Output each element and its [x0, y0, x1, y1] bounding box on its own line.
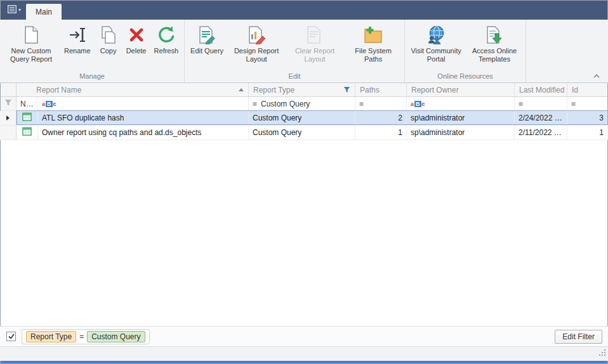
- reports-grid: Report Name Report Type Paths Report Own…: [0, 83, 608, 326]
- button-label: Rename: [64, 47, 91, 55]
- tab-main[interactable]: Main: [26, 4, 62, 20]
- filter-enabled-checkbox[interactable]: [6, 332, 16, 341]
- row-indicator: [0, 111, 17, 125]
- filter-expression: Report Type = Custom Query: [22, 329, 150, 344]
- equals-operator-icon: =: [253, 100, 257, 108]
- ribbon-group-caption: Online Resources: [406, 72, 525, 82]
- app-menu-button[interactable]: ▾: [3, 0, 26, 20]
- button-label: Access Online Templates: [469, 47, 520, 63]
- column-header-id[interactable]: Id: [567, 83, 608, 96]
- design-report-layout-icon: [246, 25, 267, 45]
- ribbon-group-edit: Edit Query Design Report Layout Clear Re…: [185, 20, 405, 82]
- filter-operator[interactable]: =: [79, 332, 84, 341]
- button-label: Refresh: [154, 47, 179, 55]
- new-document-icon: [21, 25, 41, 45]
- ribbon-group-caption: Edit: [185, 72, 404, 82]
- table-row[interactable]: Owner report using cq paths and ad.ds_ob…: [0, 126, 608, 140]
- column-header-report-type[interactable]: Report Type: [249, 83, 355, 96]
- status-bar: [0, 346, 608, 361]
- filter-value: Custom Query: [261, 100, 310, 108]
- paths-cell: 1: [355, 126, 407, 140]
- column-header-report-name[interactable]: Report Name: [17, 83, 249, 96]
- sort-ascending-icon: [239, 88, 244, 91]
- filter-cell-image[interactable]: No i...: [17, 97, 38, 110]
- table-row[interactable]: ATL SFO duplicate hash Custom Query 2 sp…: [0, 111, 608, 126]
- file-system-paths-button[interactable]: File System Paths: [345, 22, 402, 72]
- chevron-up-icon: [593, 69, 600, 81]
- delete-button[interactable]: Delete: [123, 22, 150, 72]
- ribbon-group-caption: Manage: [1, 72, 183, 82]
- column-header-label: Id: [572, 86, 578, 94]
- row-indicator-header: [0, 83, 17, 96]
- grid-filter-row: No i... aBc = Custom Query = aBc = =: [0, 97, 608, 111]
- abc-filter-icon: aBc: [42, 101, 56, 107]
- app-menu-icon: [8, 4, 17, 16]
- filter-cell-last-modified[interactable]: =: [515, 97, 567, 110]
- rename-button[interactable]: Rename: [61, 22, 94, 72]
- report-icon-cell: [17, 126, 38, 140]
- abc-filter-icon: aBc: [411, 101, 425, 107]
- filter-funnel-icon[interactable]: [343, 86, 350, 93]
- community-portal-icon: [426, 25, 446, 45]
- column-header-label: Report Name: [36, 86, 81, 94]
- access-online-templates-button[interactable]: Access Online Templates: [466, 22, 523, 72]
- last-modified-cell: 2/11/2022 4:4...: [515, 126, 567, 140]
- report-name-cell: ATL SFO duplicate hash: [38, 111, 249, 125]
- filter-cell-paths[interactable]: =: [355, 97, 407, 110]
- window-bottom-border: [0, 361, 608, 364]
- filter-field-chip[interactable]: Report Type: [26, 331, 76, 342]
- button-label: Delete: [126, 47, 147, 55]
- column-header-label: Paths: [360, 86, 380, 94]
- filter-value: No i...: [20, 100, 34, 108]
- visit-community-portal-button[interactable]: Visit Community Portal: [407, 22, 465, 72]
- report-icon-cell: [17, 111, 38, 125]
- filter-cell-id[interactable]: =: [567, 97, 608, 110]
- button-label: Copy: [100, 47, 117, 55]
- report-owner-cell: sp\administrator: [407, 111, 515, 125]
- column-header-last-modified[interactable]: Last Modified: [515, 83, 567, 96]
- row-indicator: [0, 126, 17, 140]
- edit-filter-button[interactable]: Edit Filter: [555, 330, 602, 344]
- filter-cell-report-owner[interactable]: aBc: [407, 97, 515, 110]
- resize-grip[interactable]: [598, 348, 607, 360]
- report-name-cell: Owner report using cq paths and ad.ds_ob…: [38, 126, 249, 140]
- design-report-layout-button[interactable]: Design Report Layout: [228, 22, 285, 72]
- refresh-button[interactable]: Refresh: [151, 22, 182, 72]
- clear-report-layout-icon: [305, 25, 325, 45]
- clear-report-layout-button: Clear Report Layout: [286, 22, 343, 72]
- delete-icon: [126, 25, 147, 45]
- report-table-icon: [22, 127, 32, 138]
- column-header-report-owner[interactable]: Report Owner: [407, 83, 515, 96]
- button-label: Clear Report Layout: [289, 47, 340, 63]
- current-row-arrow-icon: [6, 115, 10, 120]
- new-custom-query-report-button[interactable]: New Custom Query Report: [3, 22, 60, 72]
- app-window: ▾ Main New Custom Query Report Rename: [0, 0, 608, 364]
- refresh-icon: [156, 25, 176, 45]
- edit-query-button[interactable]: Edit Query: [187, 22, 227, 72]
- copy-button[interactable]: Copy: [95, 22, 122, 72]
- report-table-icon: [22, 112, 32, 124]
- ribbon-collapse-button[interactable]: [591, 70, 602, 79]
- equals-operator-icon: =: [359, 100, 364, 108]
- ribbon-group-online-resources: Visit Community Portal Access Online Tem…: [405, 20, 526, 82]
- id-cell: 1: [567, 126, 608, 140]
- equals-operator-icon: =: [571, 100, 576, 108]
- filter-row-indicator: [0, 97, 17, 110]
- ribbon-group-manage: New Custom Query Report Rename Copy: [0, 20, 185, 82]
- report-type-cell: Custom Query: [249, 126, 355, 140]
- id-cell: 3: [567, 111, 608, 125]
- filter-value-chip[interactable]: Custom Query: [87, 331, 145, 342]
- ribbon-tab-bar: ▾ Main: [0, 0, 608, 20]
- edit-query-icon: [197, 25, 217, 45]
- report-type-cell: Custom Query: [249, 111, 355, 125]
- filter-cell-report-name[interactable]: aBc: [38, 97, 249, 110]
- grid-empty-area: [0, 140, 608, 326]
- button-label: Visit Community Portal: [411, 47, 461, 63]
- column-header-label: Report Owner: [411, 86, 459, 94]
- rename-icon: [67, 25, 88, 45]
- button-label: File System Paths: [348, 47, 399, 63]
- column-header-paths[interactable]: Paths: [355, 83, 407, 96]
- equals-operator-icon: =: [519, 100, 523, 108]
- filter-cell-report-type[interactable]: = Custom Query: [249, 97, 355, 110]
- chevron-down-icon: ▾: [18, 8, 21, 13]
